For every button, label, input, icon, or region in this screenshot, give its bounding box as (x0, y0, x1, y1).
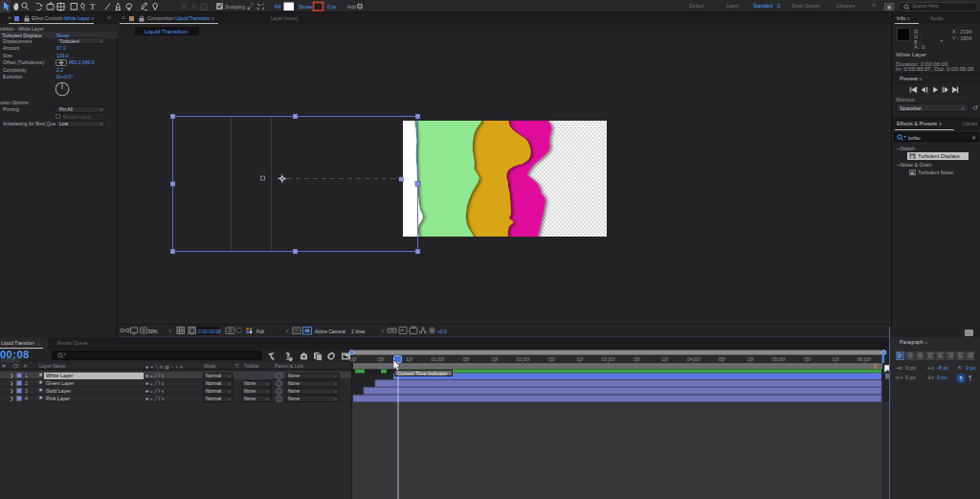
svg-text:10f: 10f (661, 356, 669, 362)
svg-text:∨: ∨ (168, 328, 172, 333)
svg-text:TrkMat: TrkMat (244, 363, 259, 369)
svg-text:05:00f: 05:00f (772, 356, 787, 362)
svg-text:Stroke: Stroke (299, 4, 313, 10)
svg-text:05f: 05f (804, 356, 812, 362)
svg-text:T: T (235, 363, 238, 369)
svg-text:03:00f: 03:00f (602, 356, 616, 362)
svg-text::00f: :00f (348, 356, 357, 362)
svg-text:∨: ∨ (343, 328, 346, 333)
svg-text:01:00f: 01:00f (431, 356, 445, 362)
svg-text:10f: 10f (406, 356, 413, 362)
svg-text:05f: 05f (377, 356, 385, 362)
svg-text:#: # (24, 363, 27, 369)
svg-text:♣ ☀ ╲ fx ▦ ◔ ◑ ✛: ♣ ☀ ╲ fx ▦ ◔ ◑ ✛ (145, 364, 184, 371)
svg-text:Layer Name: Layer Name (39, 363, 65, 369)
svg-text:Add: Add (347, 4, 356, 10)
svg-text:10f: 10f (576, 356, 584, 362)
svg-text:∨: ∨ (381, 328, 385, 333)
svg-text:Full: Full (256, 329, 264, 334)
svg-text:+0.0: +0.0 (437, 329, 447, 334)
svg-text:04:00f: 04:00f (687, 356, 702, 362)
svg-text:Active Camera: Active Camera (315, 329, 345, 334)
svg-text:10f: 10f (491, 356, 499, 362)
svg-text:Fill: Fill (275, 4, 280, 10)
svg-text:05f: 05f (548, 356, 556, 362)
svg-text:10f: 10f (747, 356, 755, 362)
svg-text:1 View: 1 View (351, 329, 366, 334)
svg-text:Parent & Link: Parent & Link (275, 363, 304, 369)
svg-text:10f: 10f (833, 356, 840, 362)
svg-text:50%: 50% (148, 329, 158, 334)
svg-text:05f: 05f (463, 356, 471, 362)
svg-text:05f: 05f (719, 356, 726, 362)
svg-text:T: T (90, 2, 96, 11)
svg-text:02:00f: 02:00f (516, 356, 530, 362)
svg-text:0:00:00:08: 0:00:00:08 (198, 329, 221, 334)
svg-text:Snapping: Snapping (225, 4, 245, 10)
svg-text:06:00f: 06:00f (858, 356, 872, 362)
svg-text:Mode: Mode (204, 363, 216, 369)
svg-text:∨: ∨ (285, 328, 289, 333)
svg-text:0 px: 0 px (327, 4, 337, 10)
svg-text:05f: 05f (634, 356, 641, 362)
